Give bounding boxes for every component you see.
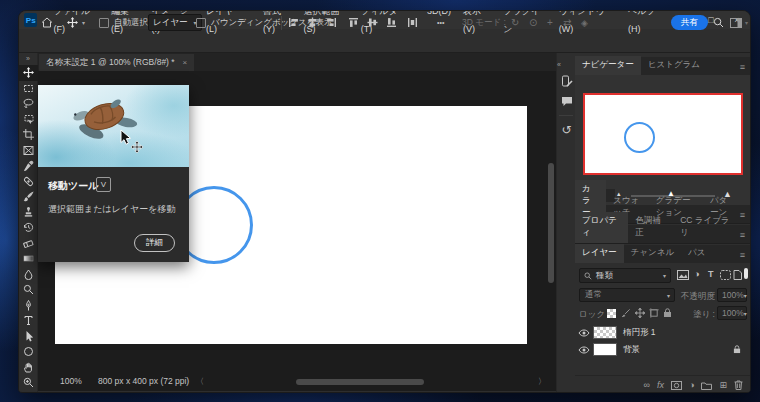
panel-menu-icon[interactable]: ≡ (740, 210, 751, 223)
blend-mode-dropdown[interactable]: 通常 ▾ (579, 288, 675, 302)
new-adjustment-layer-icon[interactable]: ◑ (689, 380, 694, 390)
history-panel-icon[interactable]: ↺ (557, 120, 576, 140)
delete-layer-trash-icon[interactable] (734, 380, 743, 390)
tab-histogram[interactable]: ヒストグラム (641, 56, 707, 75)
filter-pixel-layers-icon[interactable] (677, 270, 689, 280)
tab-channels[interactable]: チャンネル (624, 244, 682, 263)
filter-adjustment-layers-icon[interactable]: ◑ (694, 269, 699, 279)
lock-transparency-icon[interactable] (607, 309, 616, 318)
home-icon[interactable] (41, 11, 53, 34)
distribute-icon[interactable] (407, 11, 418, 34)
hand-tool-button[interactable] (19, 360, 38, 376)
more-options-button[interactable]: ••• (437, 11, 444, 34)
blur-tool-button[interactable] (19, 267, 38, 283)
frame-tool-button[interactable] (19, 143, 38, 159)
auto-select-target-dropdown[interactable]: レイヤー▾ (148, 11, 202, 34)
3d-orbit-icon[interactable]: ↻ (511, 11, 519, 34)
type-tool-button[interactable] (19, 313, 38, 329)
tab-layers[interactable]: レイヤー (575, 244, 624, 263)
collapse-toolbar-icon[interactable]: » (19, 53, 37, 65)
lock-artboard-icon[interactable] (649, 308, 659, 318)
align-bottom-icon[interactable] (386, 11, 397, 34)
new-group-folder-icon[interactable] (701, 381, 712, 390)
share-button[interactable]: 共有 (671, 15, 708, 30)
add-mask-icon[interactable] (671, 381, 682, 390)
3d-pan-icon[interactable]: + (547, 11, 553, 34)
tab-adjustments[interactable]: 色調補正 (628, 212, 673, 243)
align-middle-vertical-icon[interactable] (367, 11, 378, 34)
lasso-tool-button[interactable] (19, 96, 38, 112)
layer-thumbnail[interactable] (593, 343, 617, 356)
horizontal-scrollbar[interactable] (296, 379, 424, 385)
healing-brush-tool-button[interactable] (19, 174, 38, 190)
object-selection-tool-button[interactable] (19, 112, 38, 128)
zoom-level-field[interactable]: 100% (60, 376, 82, 386)
layer-row-background[interactable]: 背景 (575, 342, 751, 357)
filter-type-layers-icon[interactable]: T (708, 269, 714, 279)
align-left-icon[interactable] (288, 11, 299, 34)
panel-menu-icon[interactable]: ≡ (740, 230, 751, 243)
lock-all-icon[interactable] (663, 308, 672, 318)
crop-tool-button[interactable] (19, 127, 38, 143)
status-arrow-icon[interactable]: 〉 (186, 376, 194, 387)
brush-tool-button[interactable] (19, 189, 38, 205)
filter-shape-layers-icon[interactable] (720, 270, 731, 280)
visibility-eye-icon[interactable] (575, 329, 593, 337)
align-top-icon[interactable] (348, 11, 359, 34)
move-tool-button[interactable] (19, 65, 38, 81)
dodge-tool-button[interactable] (19, 282, 38, 298)
layer-row-ellipse[interactable]: 楕円形 1 (575, 325, 751, 340)
layer-filter-dropdown[interactable]: 種類 ▾ (579, 268, 671, 283)
expand-dock-icon[interactable]: « (557, 61, 561, 68)
layer-style-fx-icon[interactable]: fx (657, 380, 664, 390)
filter-toggle[interactable] (744, 268, 748, 279)
opacity-field[interactable]: 100% ▾ (717, 288, 747, 302)
marquee-tool-button[interactable] (19, 81, 38, 97)
3d-slide-icon[interactable]: ⇄ (563, 11, 571, 34)
fill-field[interactable]: 100% ▾ (717, 306, 747, 320)
new-layer-icon[interactable]: ⊞ (719, 380, 727, 390)
layer-thumbnail[interactable] (593, 326, 617, 339)
navigator-preview[interactable] (583, 93, 743, 175)
bounding-box-checkbox[interactable] (196, 18, 206, 28)
history-brush-tool-button[interactable] (19, 220, 38, 236)
lock-position-icon[interactable] (635, 308, 645, 318)
zoom-tool-button[interactable] (19, 375, 38, 391)
panel-menu-icon[interactable]: ≡ (740, 62, 751, 75)
search-icon[interactable] (713, 11, 724, 34)
panel-menu-icon[interactable]: ≡ (740, 250, 751, 263)
3d-camera-icon[interactable]: ◈ (581, 11, 588, 34)
background-lock-icon[interactable] (733, 345, 741, 354)
auto-select-checkbox[interactable] (99, 18, 109, 28)
path-selection-tool-button[interactable] (19, 329, 38, 345)
learn-panel-icon[interactable] (557, 71, 576, 91)
eyedropper-tool-button[interactable] (19, 158, 38, 174)
vertical-scrollbar[interactable] (548, 163, 554, 283)
tab-navigator[interactable]: ナビゲーター (575, 56, 641, 75)
align-center-horizontal-icon[interactable] (307, 11, 318, 34)
details-button[interactable]: 詳細 (134, 234, 175, 252)
document-tab[interactable]: 名称未設定 1 @ 100% (RGB/8#) * × (39, 54, 194, 71)
layer-name[interactable]: 背景 (623, 344, 640, 356)
align-right-icon[interactable] (326, 11, 337, 34)
clone-stamp-tool-button[interactable] (19, 205, 38, 221)
filter-smart-objects-icon[interactable] (733, 270, 742, 280)
scroll-right-icon[interactable]: 〉 (538, 376, 546, 387)
current-tool-button[interactable]: ▾ (67, 11, 85, 34)
tab-close-icon[interactable]: × (183, 58, 188, 67)
3d-roll-icon[interactable]: ⊙ (529, 11, 537, 34)
lock-pixels-icon[interactable] (621, 308, 631, 318)
comments-panel-icon[interactable] (557, 91, 576, 111)
menu-help[interactable]: ヘルプ(H) (622, 10, 672, 38)
link-layers-icon[interactable]: ∞ (644, 380, 650, 390)
visibility-eye-icon[interactable] (575, 346, 593, 354)
gradient-tool-button[interactable] (19, 251, 38, 267)
layer-name[interactable]: 楕円形 1 (623, 327, 656, 339)
scroll-left-icon[interactable]: 〈 (196, 376, 204, 387)
eraser-tool-button[interactable] (19, 236, 38, 252)
tab-cc-libraries[interactable]: CC ライブラリ (673, 212, 740, 243)
workspace-switcher-button[interactable]: ▾ (730, 11, 748, 34)
ellipse-tool-button[interactable] (19, 344, 38, 360)
tab-paths[interactable]: パス (681, 244, 712, 263)
tab-properties[interactable]: プロパティ (575, 212, 628, 243)
